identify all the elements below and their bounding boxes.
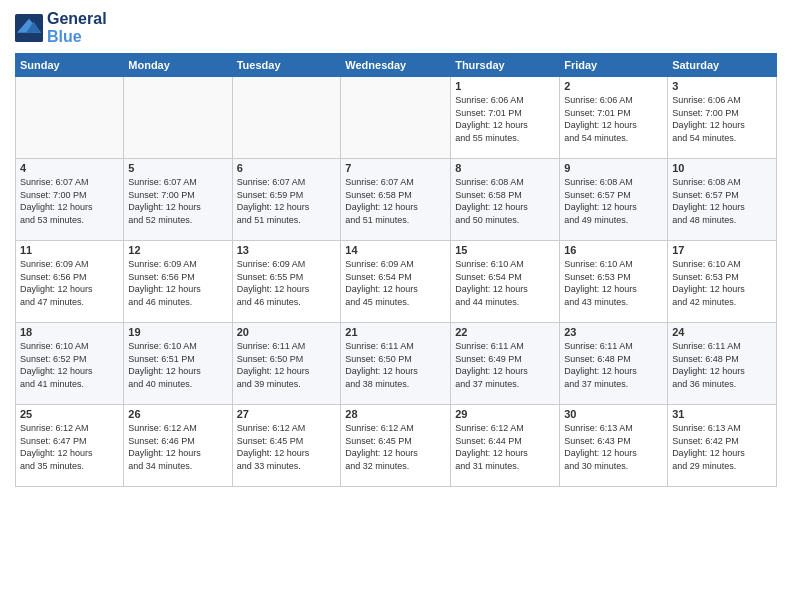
- day-number: 16: [564, 244, 663, 256]
- day-info: Sunrise: 6:10 AM Sunset: 6:53 PM Dayligh…: [564, 258, 663, 308]
- weekday-header-friday: Friday: [560, 54, 668, 77]
- day-info: Sunrise: 6:09 AM Sunset: 6:55 PM Dayligh…: [237, 258, 337, 308]
- day-number: 22: [455, 326, 555, 338]
- day-info: Sunrise: 6:11 AM Sunset: 6:48 PM Dayligh…: [564, 340, 663, 390]
- logo-icon: [15, 14, 43, 42]
- calendar-cell: 3Sunrise: 6:06 AM Sunset: 7:00 PM Daylig…: [668, 77, 777, 159]
- day-number: 7: [345, 162, 446, 174]
- calendar-cell: 20Sunrise: 6:11 AM Sunset: 6:50 PM Dayli…: [232, 323, 341, 405]
- day-number: 26: [128, 408, 227, 420]
- calendar-cell: 14Sunrise: 6:09 AM Sunset: 6:54 PM Dayli…: [341, 241, 451, 323]
- day-number: 29: [455, 408, 555, 420]
- day-info: Sunrise: 6:06 AM Sunset: 7:00 PM Dayligh…: [672, 94, 772, 144]
- day-number: 13: [237, 244, 337, 256]
- day-info: Sunrise: 6:11 AM Sunset: 6:50 PM Dayligh…: [237, 340, 337, 390]
- day-number: 4: [20, 162, 119, 174]
- day-info: Sunrise: 6:08 AM Sunset: 6:58 PM Dayligh…: [455, 176, 555, 226]
- day-number: 8: [455, 162, 555, 174]
- calendar-cell: 24Sunrise: 6:11 AM Sunset: 6:48 PM Dayli…: [668, 323, 777, 405]
- day-number: 28: [345, 408, 446, 420]
- calendar-cell: 21Sunrise: 6:11 AM Sunset: 6:50 PM Dayli…: [341, 323, 451, 405]
- calendar-cell: 30Sunrise: 6:13 AM Sunset: 6:43 PM Dayli…: [560, 405, 668, 487]
- calendar-cell: [124, 77, 232, 159]
- calendar-cell: 31Sunrise: 6:13 AM Sunset: 6:42 PM Dayli…: [668, 405, 777, 487]
- calendar-cell: 12Sunrise: 6:09 AM Sunset: 6:56 PM Dayli…: [124, 241, 232, 323]
- day-info: Sunrise: 6:12 AM Sunset: 6:44 PM Dayligh…: [455, 422, 555, 472]
- day-info: Sunrise: 6:12 AM Sunset: 6:46 PM Dayligh…: [128, 422, 227, 472]
- calendar-cell: 27Sunrise: 6:12 AM Sunset: 6:45 PM Dayli…: [232, 405, 341, 487]
- weekday-header-tuesday: Tuesday: [232, 54, 341, 77]
- day-info: Sunrise: 6:11 AM Sunset: 6:50 PM Dayligh…: [345, 340, 446, 390]
- calendar-cell: [232, 77, 341, 159]
- calendar-cell: [341, 77, 451, 159]
- day-number: 11: [20, 244, 119, 256]
- calendar-cell: 22Sunrise: 6:11 AM Sunset: 6:49 PM Dayli…: [451, 323, 560, 405]
- calendar-cell: 17Sunrise: 6:10 AM Sunset: 6:53 PM Dayli…: [668, 241, 777, 323]
- calendar-cell: 2Sunrise: 6:06 AM Sunset: 7:01 PM Daylig…: [560, 77, 668, 159]
- day-info: Sunrise: 6:08 AM Sunset: 6:57 PM Dayligh…: [672, 176, 772, 226]
- day-number: 21: [345, 326, 446, 338]
- day-number: 17: [672, 244, 772, 256]
- day-info: Sunrise: 6:09 AM Sunset: 6:56 PM Dayligh…: [128, 258, 227, 308]
- day-info: Sunrise: 6:11 AM Sunset: 6:49 PM Dayligh…: [455, 340, 555, 390]
- calendar-cell: 15Sunrise: 6:10 AM Sunset: 6:54 PM Dayli…: [451, 241, 560, 323]
- calendar-cell: [16, 77, 124, 159]
- calendar-cell: 8Sunrise: 6:08 AM Sunset: 6:58 PM Daylig…: [451, 159, 560, 241]
- day-info: Sunrise: 6:06 AM Sunset: 7:01 PM Dayligh…: [455, 94, 555, 144]
- calendar-cell: 4Sunrise: 6:07 AM Sunset: 7:00 PM Daylig…: [16, 159, 124, 241]
- calendar-cell: 16Sunrise: 6:10 AM Sunset: 6:53 PM Dayli…: [560, 241, 668, 323]
- page: General Blue SundayMondayTuesdayWednesda…: [0, 0, 792, 612]
- week-row-4: 18Sunrise: 6:10 AM Sunset: 6:52 PM Dayli…: [16, 323, 777, 405]
- day-info: Sunrise: 6:12 AM Sunset: 6:47 PM Dayligh…: [20, 422, 119, 472]
- weekday-header-row: SundayMondayTuesdayWednesdayThursdayFrid…: [16, 54, 777, 77]
- calendar-cell: 7Sunrise: 6:07 AM Sunset: 6:58 PM Daylig…: [341, 159, 451, 241]
- weekday-header-saturday: Saturday: [668, 54, 777, 77]
- day-number: 5: [128, 162, 227, 174]
- logo: General Blue: [15, 10, 107, 45]
- calendar-cell: 10Sunrise: 6:08 AM Sunset: 6:57 PM Dayli…: [668, 159, 777, 241]
- day-info: Sunrise: 6:09 AM Sunset: 6:56 PM Dayligh…: [20, 258, 119, 308]
- day-info: Sunrise: 6:10 AM Sunset: 6:53 PM Dayligh…: [672, 258, 772, 308]
- calendar-cell: 19Sunrise: 6:10 AM Sunset: 6:51 PM Dayli…: [124, 323, 232, 405]
- day-number: 9: [564, 162, 663, 174]
- day-info: Sunrise: 6:10 AM Sunset: 6:51 PM Dayligh…: [128, 340, 227, 390]
- calendar-cell: 5Sunrise: 6:07 AM Sunset: 7:00 PM Daylig…: [124, 159, 232, 241]
- day-info: Sunrise: 6:07 AM Sunset: 7:00 PM Dayligh…: [20, 176, 119, 226]
- day-info: Sunrise: 6:09 AM Sunset: 6:54 PM Dayligh…: [345, 258, 446, 308]
- day-info: Sunrise: 6:06 AM Sunset: 7:01 PM Dayligh…: [564, 94, 663, 144]
- week-row-2: 4Sunrise: 6:07 AM Sunset: 7:00 PM Daylig…: [16, 159, 777, 241]
- calendar-cell: 6Sunrise: 6:07 AM Sunset: 6:59 PM Daylig…: [232, 159, 341, 241]
- calendar-cell: 28Sunrise: 6:12 AM Sunset: 6:45 PM Dayli…: [341, 405, 451, 487]
- calendar-cell: 9Sunrise: 6:08 AM Sunset: 6:57 PM Daylig…: [560, 159, 668, 241]
- day-info: Sunrise: 6:10 AM Sunset: 6:52 PM Dayligh…: [20, 340, 119, 390]
- day-number: 10: [672, 162, 772, 174]
- day-number: 20: [237, 326, 337, 338]
- calendar-cell: 25Sunrise: 6:12 AM Sunset: 6:47 PM Dayli…: [16, 405, 124, 487]
- day-number: 12: [128, 244, 227, 256]
- day-number: 6: [237, 162, 337, 174]
- day-info: Sunrise: 6:10 AM Sunset: 6:54 PM Dayligh…: [455, 258, 555, 308]
- calendar-cell: 18Sunrise: 6:10 AM Sunset: 6:52 PM Dayli…: [16, 323, 124, 405]
- day-number: 18: [20, 326, 119, 338]
- calendar-cell: 23Sunrise: 6:11 AM Sunset: 6:48 PM Dayli…: [560, 323, 668, 405]
- day-number: 25: [20, 408, 119, 420]
- day-number: 24: [672, 326, 772, 338]
- calendar-cell: 26Sunrise: 6:12 AM Sunset: 6:46 PM Dayli…: [124, 405, 232, 487]
- weekday-header-sunday: Sunday: [16, 54, 124, 77]
- day-number: 30: [564, 408, 663, 420]
- day-number: 23: [564, 326, 663, 338]
- week-row-5: 25Sunrise: 6:12 AM Sunset: 6:47 PM Dayli…: [16, 405, 777, 487]
- weekday-header-thursday: Thursday: [451, 54, 560, 77]
- day-info: Sunrise: 6:13 AM Sunset: 6:42 PM Dayligh…: [672, 422, 772, 472]
- day-number: 19: [128, 326, 227, 338]
- day-number: 14: [345, 244, 446, 256]
- day-info: Sunrise: 6:08 AM Sunset: 6:57 PM Dayligh…: [564, 176, 663, 226]
- calendar-cell: 11Sunrise: 6:09 AM Sunset: 6:56 PM Dayli…: [16, 241, 124, 323]
- day-info: Sunrise: 6:07 AM Sunset: 7:00 PM Dayligh…: [128, 176, 227, 226]
- day-info: Sunrise: 6:13 AM Sunset: 6:43 PM Dayligh…: [564, 422, 663, 472]
- logo-text: General Blue: [47, 10, 107, 45]
- week-row-3: 11Sunrise: 6:09 AM Sunset: 6:56 PM Dayli…: [16, 241, 777, 323]
- day-number: 27: [237, 408, 337, 420]
- day-number: 2: [564, 80, 663, 92]
- calendar: SundayMondayTuesdayWednesdayThursdayFrid…: [15, 53, 777, 487]
